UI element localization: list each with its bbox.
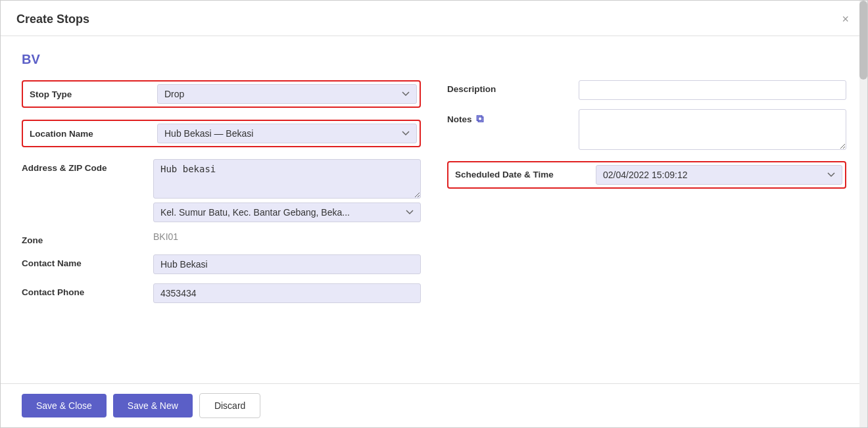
location-name-row: Location Name Hub Bekasi — Bekasi bbox=[22, 120, 421, 150]
scheduled-field: 02/04/2022 15:09:12 bbox=[596, 165, 842, 185]
contact-phone-input[interactable] bbox=[153, 283, 421, 303]
form-right: Description Notes ⧉ bbox=[447, 80, 846, 312]
save-close-button[interactable]: Save & Close bbox=[22, 394, 107, 417]
zip-select[interactable]: Kel. Sumur Batu, Kec. Bantar Gebang, Bek… bbox=[153, 202, 421, 222]
scrollbar-thumb[interactable] bbox=[859, 1, 867, 80]
notes-field bbox=[579, 109, 846, 152]
description-input[interactable] bbox=[579, 80, 846, 100]
notes-row: Notes ⧉ bbox=[447, 109, 846, 152]
save-new-button[interactable]: Save & New bbox=[113, 394, 193, 417]
zone-row: Zone BKI01 bbox=[22, 231, 421, 245]
address-zip-field: Hub bekasi Kel. Sumur Batu, Kec. Bantar … bbox=[153, 159, 421, 222]
create-stops-modal: Create Stops × BV Stop Type Drop bbox=[0, 0, 868, 428]
notes-label: Notes bbox=[447, 114, 472, 124]
notes-label-row: Notes ⧉ bbox=[447, 109, 579, 125]
description-label: Description bbox=[447, 80, 579, 94]
scrollbar-track[interactable] bbox=[859, 1, 867, 427]
stop-type-field: Drop bbox=[157, 84, 417, 104]
form-left: Stop Type Drop Location Name bbox=[22, 80, 421, 312]
address-textarea[interactable]: Hub bekasi bbox=[153, 159, 421, 199]
contact-phone-label: Contact Phone bbox=[22, 283, 153, 297]
notes-textarea[interactable] bbox=[579, 109, 846, 150]
contact-phone-row: Contact Phone bbox=[22, 283, 421, 303]
location-name-select[interactable]: Hub Bekasi — Bekasi bbox=[157, 124, 417, 143]
close-button[interactable]: × bbox=[839, 12, 852, 26]
contact-name-row: Contact Name bbox=[22, 254, 421, 274]
contact-name-input[interactable] bbox=[153, 254, 421, 274]
zone-label: Zone bbox=[22, 231, 153, 245]
contact-name-field bbox=[153, 254, 421, 274]
zone-field: BKI01 bbox=[153, 231, 421, 242]
modal-header: Create Stops × bbox=[1, 1, 867, 36]
location-name-field: Hub Bekasi — Bekasi bbox=[157, 124, 417, 143]
address-zip-label: Address & ZIP Code bbox=[22, 159, 153, 173]
description-field bbox=[579, 80, 846, 100]
stop-type-label: Stop Type bbox=[26, 85, 157, 103]
zone-value: BKI01 bbox=[153, 227, 178, 246]
scheduled-row: Scheduled Date & Time 02/04/2022 15:09:1… bbox=[447, 161, 846, 191]
section-title: BV bbox=[22, 52, 846, 67]
notes-external-link-icon[interactable]: ⧉ bbox=[476, 113, 483, 125]
stop-type-select[interactable]: Drop bbox=[157, 84, 417, 104]
contact-phone-field bbox=[153, 283, 421, 303]
contact-name-label: Contact Name bbox=[22, 254, 153, 268]
scheduled-label: Scheduled Date & Time bbox=[451, 165, 596, 185]
address-zip-row: Address & ZIP Code Hub bekasi Kel. Sumur… bbox=[22, 159, 421, 222]
location-name-label: Location Name bbox=[26, 125, 157, 143]
form-layout: Stop Type Drop Location Name bbox=[22, 80, 846, 312]
scheduled-select[interactable]: 02/04/2022 15:09:12 bbox=[596, 165, 842, 185]
modal-title: Create Stops bbox=[16, 12, 89, 26]
discard-button[interactable]: Discard bbox=[199, 393, 260, 418]
stop-type-row: Stop Type Drop bbox=[22, 80, 421, 110]
description-row: Description bbox=[447, 80, 846, 100]
modal-body: BV Stop Type Drop bbox=[1, 36, 867, 383]
modal-footer: Save & Close Save & New Discard bbox=[1, 383, 867, 427]
